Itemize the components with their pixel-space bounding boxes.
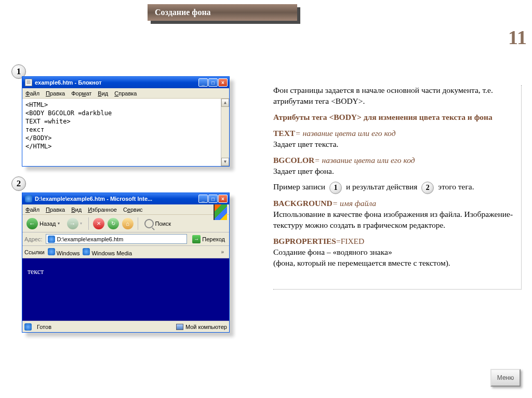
menu-file[interactable]: Файл [25, 207, 39, 213]
menu-edit[interactable]: Правка [46, 90, 65, 97]
close-button[interactable]: × [218, 78, 228, 87]
ie-page-viewport[interactable]: текст [22, 258, 229, 321]
menu-format[interactable]: Формат [71, 90, 91, 97]
menu-button[interactable]: Меню [490, 369, 521, 387]
go-button[interactable]: → Переход [190, 235, 227, 244]
notepad-scrollbar[interactable]: ▲ ▼ [221, 99, 229, 166]
ie-nav-toolbar: ← Назад ▾ → ▾ ✕ ↻ ⌂ Поиск [22, 215, 229, 232]
ie-titlebar[interactable]: D:\example\example6.htm - Microsoft Inte… [22, 193, 229, 204]
windows-flag-icon [214, 204, 227, 220]
code-line: </HTML> [25, 142, 226, 150]
slide-number: 11 [508, 26, 527, 49]
inline-ref-1: 1 [329, 182, 342, 194]
stop-icon[interactable]: ✕ [93, 218, 104, 229]
close-button[interactable]: × [218, 195, 228, 203]
back-arrow-icon: ← [26, 218, 38, 229]
ie-app-icon [25, 195, 32, 202]
toolbar-separator [138, 217, 138, 230]
explanation-text: Фон страницы задается в начале основной … [273, 85, 522, 290]
minimize-button[interactable]: _ [198, 195, 208, 203]
menu-favorites[interactable]: Избранное [88, 207, 117, 213]
maximize-button[interactable]: □ [208, 78, 218, 87]
back-button[interactable]: ← Назад ▾ [24, 217, 62, 230]
go-arrow-icon: → [192, 235, 201, 243]
notepad-menubar: Файл Правка Формат Вид Справка [22, 88, 229, 99]
attr-bgproperties: BGPROPERTIES=FIXED Создание фона – «водя… [273, 236, 517, 269]
links-label: Ссылки [24, 249, 45, 255]
menu-view[interactable]: Вид [98, 90, 108, 97]
links-overflow-icon[interactable]: » [221, 249, 224, 255]
ie-address-bar: Адрес: D:\example\example6.htm → Переход [22, 232, 229, 246]
notepad-title: example6.htm - Блокнот [35, 79, 198, 86]
attr-background: BACKGROUND= имя файла Использование в ка… [273, 198, 517, 231]
page-body-text: текст [28, 268, 44, 276]
ref-badge-2: 2 [11, 176, 26, 191]
inline-ref-2: 2 [421, 182, 434, 194]
scroll-up-icon[interactable]: ▲ [221, 99, 229, 107]
notepad-titlebar[interactable]: example6.htm - Блокнот _ □ × [22, 77, 229, 88]
home-icon[interactable]: ⌂ [122, 218, 134, 229]
menu-view[interactable]: Вид [71, 207, 82, 213]
paragraph: Фон страницы задается в начале основной … [273, 85, 517, 107]
dropdown-icon: ▾ [80, 221, 82, 226]
menu-help[interactable]: Справка [114, 90, 137, 97]
ie-links-bar: Ссылки Windows Windows Media » [22, 246, 229, 258]
code-line: текст [25, 126, 226, 134]
menu-file[interactable]: Файл [25, 90, 39, 97]
code-line: </BODY> [25, 134, 226, 142]
toolbar-separator [88, 217, 89, 230]
address-input[interactable]: D:\example\example6.htm [46, 234, 188, 244]
title-banner-shadow: Создание фона [151, 7, 300, 24]
code-line: <BODY BGCOLOR =darkblue [25, 109, 226, 117]
my-computer-icon [176, 324, 183, 330]
notepad-window: example6.htm - Блокнот _ □ × Файл Правка… [22, 76, 230, 167]
back-label: Назад [39, 221, 56, 227]
code-line: TEXT =white> [25, 117, 226, 126]
forward-arrow-icon: → [67, 218, 78, 229]
notepad-app-icon [25, 79, 32, 86]
maximize-button[interactable]: □ [208, 195, 218, 203]
forward-button[interactable]: → ▾ [65, 217, 84, 230]
scroll-down-icon[interactable]: ▼ [221, 158, 229, 166]
link-icon [48, 248, 55, 255]
link-windows-media[interactable]: Windows Media [83, 248, 132, 256]
ie-menubar: Файл Правка Вид Избранное Сервис » [22, 204, 229, 215]
search-icon [144, 219, 154, 228]
attr-text: TEXT= название цвета или его код Задает … [273, 128, 517, 150]
example-line: Пример записи 1 и результат действия 2 э… [273, 182, 517, 193]
address-label: Адрес: [24, 236, 43, 242]
minimize-button[interactable]: _ [198, 78, 208, 87]
link-icon [83, 248, 90, 255]
link-windows[interactable]: Windows [48, 248, 80, 256]
status-zone: Мой компьютер [185, 324, 227, 330]
notepad-content[interactable]: <HTML> <BODY BGCOLOR =darkblue TEXT =whi… [22, 99, 229, 166]
menu-tools[interactable]: Сервис [123, 207, 143, 213]
go-label: Переход [202, 236, 225, 242]
ie-title: D:\example\example6.htm - Microsoft Inte… [35, 196, 198, 202]
ie-statusbar: Готов Мой компьютер [22, 321, 229, 332]
menu-edit[interactable]: Правка [46, 207, 65, 213]
heading: Атрибуты тега <BODY> для изменения цвета… [273, 112, 517, 123]
code-line: <HTML> [25, 101, 226, 109]
address-value: D:\example\example6.htm [57, 236, 124, 242]
page-icon [48, 236, 55, 243]
dropdown-icon: ▾ [58, 221, 60, 226]
attr-bgcolor: BGCOLOR= название цвета или его код Зада… [273, 155, 517, 177]
status-icon [24, 323, 32, 331]
search-button[interactable]: Поиск [142, 218, 173, 229]
status-ready: Готов [37, 324, 51, 330]
search-label: Поиск [155, 221, 171, 227]
ie-window: D:\example\example6.htm - Microsoft Inte… [22, 193, 230, 333]
slide-title: Создание фона [148, 4, 297, 21]
refresh-icon[interactable]: ↻ [108, 218, 119, 229]
